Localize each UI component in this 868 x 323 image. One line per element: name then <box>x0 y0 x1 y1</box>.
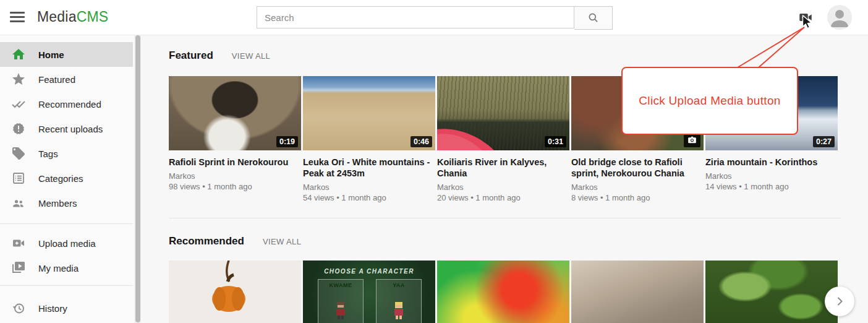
media-author[interactable]: Markos <box>169 171 301 181</box>
sidebar-item-tags[interactable]: Tags <box>0 141 133 166</box>
media-author[interactable]: Markos <box>303 182 435 192</box>
done-all-icon <box>11 97 26 111</box>
menu-icon[interactable] <box>10 12 25 23</box>
logo-cms-text: CMS <box>77 9 109 25</box>
new-releases-icon <box>11 121 26 136</box>
media-card <box>705 261 838 323</box>
game-character-name: KWAME <box>318 282 363 288</box>
media-title[interactable]: Old bridge close to Rafioli sprint, Nero… <box>571 157 704 179</box>
sidebar-item-label: Home <box>38 50 64 60</box>
media-meta: 8 views • 1 month ago <box>571 192 704 203</box>
video-thumbnail[interactable] <box>437 261 569 323</box>
media-meta: 54 views • 1 month ago <box>303 192 435 203</box>
upload-media-icon <box>11 236 26 251</box>
media-card <box>437 261 569 323</box>
recommended-row: CHOOSE A CHARACTER KWAME Selected YAA <box>169 261 838 323</box>
sidebar-scrollbar-track[interactable] <box>134 35 141 323</box>
sidebar-item-members[interactable]: Members <box>0 191 133 215</box>
sidebar-scrollbar-thumb[interactable] <box>135 35 140 322</box>
duration-badge: 0:46 <box>411 136 432 147</box>
mediacms-home-page: MediaCMS Home <box>0 0 868 323</box>
duration-badge: 0:31 <box>545 136 566 147</box>
recommended-section-header: Recommended VIEW ALL <box>169 235 301 248</box>
search-icon <box>587 12 600 24</box>
my-media-icon <box>11 261 26 275</box>
game-character-panel: KWAME Selected <box>318 279 364 323</box>
video-thumbnail[interactable] <box>705 261 838 323</box>
media-card: 0:31 Koiliaris River in Kalyves, Chania … <box>437 76 569 203</box>
pumpkin-graphic <box>169 261 301 323</box>
photo-badge <box>684 134 700 147</box>
sidebar-divider <box>0 285 133 286</box>
annotation-text: Click Upload Media button <box>639 94 780 108</box>
media-card: CHOOSE A CHARACTER KWAME Selected YAA <box>303 261 435 323</box>
sidebar-item-label: Featured <box>38 74 75 85</box>
media-title[interactable]: Ziria mountain - Korinthos <box>705 157 838 168</box>
section-divider <box>169 218 841 218</box>
sidebar-item-label: Recommended <box>38 99 101 110</box>
duration-badge: 0:27 <box>813 136 835 147</box>
sidebar-item-label: My media <box>38 263 79 273</box>
sidebar-item-home[interactable]: Home <box>0 42 133 67</box>
upload-media-button[interactable] <box>798 9 814 25</box>
pixel-character <box>334 301 347 321</box>
media-card: 0:19 Rafioli Sprint in Nerokourou Markos… <box>169 76 301 203</box>
media-author[interactable]: Markos <box>571 182 704 192</box>
person-icon <box>827 5 852 30</box>
logo-media-text: Media <box>37 9 77 25</box>
history-icon <box>11 301 26 316</box>
categories-icon <box>11 171 26 186</box>
sidebar-item-label: Categories <box>38 173 83 184</box>
search-input[interactable] <box>257 6 574 28</box>
game-character-name: YAA <box>377 282 421 288</box>
media-title[interactable]: Rafioli Sprint in Nerokourou <box>169 157 301 168</box>
media-meta: 20 views • 1 month ago <box>437 192 569 203</box>
media-author[interactable]: Markos <box>705 171 838 181</box>
sidebar-item-label: History <box>38 303 67 314</box>
video-thumbnail[interactable]: 0:46 <box>303 76 435 150</box>
sidebar-item-history[interactable]: History <box>0 296 133 321</box>
sidebar-item-upload-media[interactable]: Upload media <box>0 231 133 256</box>
sidebar-item-featured[interactable]: Featured <box>0 67 133 92</box>
star-icon <box>11 72 26 87</box>
game-character-panel: YAA Select <box>376 279 422 323</box>
sidebar-item-label: Members <box>38 198 77 209</box>
media-title[interactable]: Koiliaris River in Kalyves, Chania <box>437 157 569 179</box>
user-avatar[interactable] <box>827 5 852 30</box>
recommended-view-all-link[interactable]: VIEW ALL <box>263 237 301 246</box>
media-meta: 14 views • 1 month ago <box>705 181 838 192</box>
sidebar-item-label: Tags <box>38 149 58 159</box>
media-title[interactable]: Leuka Ori - White mountains - Peak at 24… <box>303 157 435 179</box>
members-icon <box>11 196 26 210</box>
tag-icon <box>11 146 26 161</box>
video-thumbnail[interactable]: 0:31 <box>437 76 569 150</box>
sidebar-item-recommended[interactable]: Recommended <box>0 92 133 116</box>
media-card: 0:46 Leuka Ori - White mountains - Peak … <box>303 76 435 203</box>
sidebar-item-categories[interactable]: Categories <box>0 166 133 191</box>
sidebar-item-recent-uploads[interactable]: Recent uploads <box>0 116 133 141</box>
featured-view-all-link[interactable]: VIEW ALL <box>232 51 270 61</box>
media-card <box>571 261 704 323</box>
carousel-next-button[interactable] <box>825 286 854 316</box>
top-bar: MediaCMS <box>0 0 868 35</box>
media-card <box>169 261 301 323</box>
chevron-right-icon <box>832 294 847 309</box>
featured-section-header: Featured VIEW ALL <box>169 50 270 62</box>
search-bar <box>257 6 613 30</box>
featured-section-title: Featured <box>169 50 213 62</box>
mediacms-logo[interactable]: MediaCMS <box>37 9 108 25</box>
sidebar-divider <box>0 223 133 224</box>
video-thumbnail[interactable] <box>169 261 301 323</box>
game-heading-text: CHOOSE A CHARACTER <box>303 268 435 275</box>
video-thumbnail[interactable] <box>571 261 704 323</box>
video-thumbnail[interactable]: 0:19 <box>169 76 301 150</box>
sidebar-item-my-media[interactable]: My media <box>0 256 133 280</box>
annotation-callout: Click Upload Media button <box>621 67 798 135</box>
video-thumbnail[interactable]: CHOOSE A CHARACTER KWAME Selected YAA <box>303 261 435 323</box>
media-author[interactable]: Markos <box>437 182 569 192</box>
duration-badge: 0:19 <box>276 136 298 147</box>
photo-camera-icon <box>687 136 697 144</box>
upload-media-icon <box>798 9 814 25</box>
search-button[interactable] <box>574 6 613 30</box>
sidebar-item-label: Upload media <box>38 238 96 249</box>
